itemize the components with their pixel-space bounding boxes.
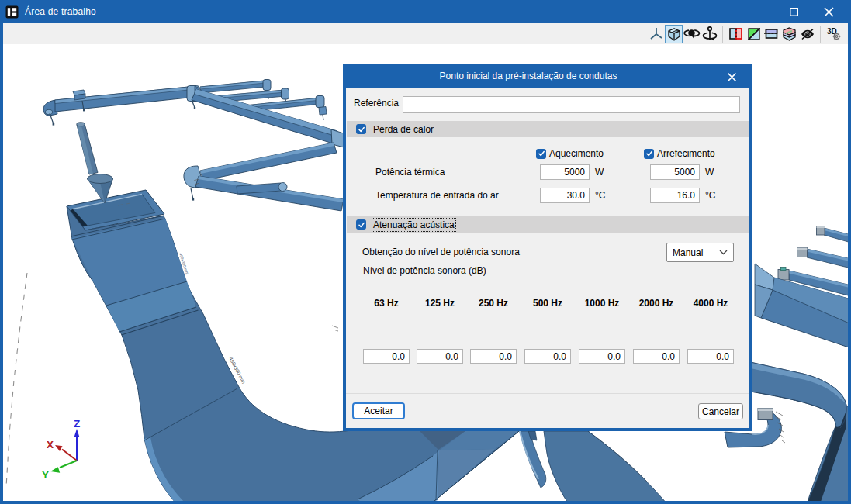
dialog-title: Ponto inicial da pré-instalação de condu… <box>440 71 617 81</box>
close-window-button[interactable] <box>820 3 837 20</box>
3d-settings-icon: 3D <box>826 26 842 41</box>
sound-level-input-1000[interactable] <box>579 349 626 364</box>
sound-power-levels-label: Nível de potência sonora (dB) <box>363 265 486 276</box>
duct-bottom-right <box>742 361 848 501</box>
axis-y-label: Y <box>42 469 49 481</box>
view-3d-cube-icon <box>667 27 681 41</box>
sound-level-input-250[interactable] <box>470 349 517 364</box>
sound-power-method-label: Obtenção do nível de potência sonora <box>362 247 520 257</box>
reference-input[interactable] <box>403 96 740 113</box>
check-icon <box>538 150 545 157</box>
sound-level-input-2000[interactable] <box>633 349 680 364</box>
freq-header-63: 63 Hz <box>362 298 410 309</box>
turntable-rotate-icon <box>702 26 718 42</box>
hide-elements-icon <box>800 28 815 40</box>
heating-checkbox[interactable] <box>536 149 546 159</box>
thermal-power-heating-unit: W <box>595 167 604 178</box>
close-icon <box>824 7 834 17</box>
hide-elements-button[interactable] <box>798 25 816 43</box>
air-temperature-heating-input[interactable] <box>540 188 590 203</box>
maximize-icon <box>790 8 798 16</box>
orbit-icon <box>683 27 701 41</box>
heat-loss-label: Perda de calor <box>373 124 434 135</box>
clip-box-icon <box>764 29 779 39</box>
duct-right-side <box>755 226 848 349</box>
construction-dashed-line <box>6 273 27 487</box>
axis-x-label: X <box>47 439 54 450</box>
heat-loss-section-header: Perda de calor <box>347 121 749 137</box>
app-icon <box>5 5 19 19</box>
clip-box-button[interactable] <box>763 25 780 43</box>
view-3d-cube-button[interactable] <box>665 25 683 43</box>
axis-indicator: Z X Y <box>42 418 80 481</box>
sound-level-input-4000[interactable] <box>687 349 735 364</box>
toolbar-separator <box>722 26 723 43</box>
maximize-button[interactable] <box>785 3 802 20</box>
window-titlebar: Área de trabalho <box>0 0 851 23</box>
freq-header-250: 250 Hz <box>469 298 517 309</box>
dialog-duct-preinstallation-start-point: Ponto inicial da pré-instalação de condu… <box>343 64 752 431</box>
dialog-close-icon <box>727 72 737 82</box>
render-mode-icon <box>748 28 760 40</box>
thermal-power-heating-input[interactable] <box>540 164 590 180</box>
check-icon <box>358 126 365 133</box>
dialog-titlebar[interactable]: Ponto inicial da pré-instalação de condu… <box>343 64 752 88</box>
sound-level-input-500[interactable] <box>524 349 572 364</box>
axes-tripod-button[interactable] <box>647 25 665 43</box>
freq-header-4000: 4000 Hz <box>687 298 735 309</box>
chevron-down-icon <box>719 250 728 255</box>
section-plane-button[interactable] <box>727 25 745 43</box>
check-icon <box>645 150 653 157</box>
duct-bottom-middle <box>520 431 667 501</box>
acoustic-checkbox[interactable] <box>356 219 366 230</box>
sound-level-input-125[interactable] <box>417 349 464 364</box>
freq-header-500: 500 Hz <box>524 298 572 309</box>
thermal-power-cooling-unit: W <box>705 167 714 178</box>
heating-checkbox-row: Aquecimento <box>536 148 604 159</box>
cooling-label: Arrefecimento <box>657 148 715 159</box>
render-mode-button[interactable] <box>745 25 763 43</box>
view-toolbar: 3D <box>3 23 848 44</box>
acoustic-section-header: Atenuação acústica <box>347 216 749 233</box>
dimension-scribble <box>332 326 338 331</box>
layers-button[interactable] <box>780 25 798 43</box>
freq-header-1000: 1000 Hz <box>578 298 626 309</box>
sound-power-method-dropdown[interactable]: Manual <box>666 243 734 262</box>
dialog-close-button[interactable] <box>726 71 737 82</box>
reference-label: Referência <box>354 98 399 109</box>
heat-loss-checkbox[interactable] <box>356 124 366 134</box>
sound-power-method-value: Manual <box>667 247 719 258</box>
accept-button[interactable]: Aceitar <box>352 402 405 419</box>
3d-settings-button[interactable]: 3D <box>825 25 842 43</box>
orbit-button[interactable] <box>683 25 701 43</box>
turntable-rotate-button[interactable] <box>701 25 718 43</box>
freq-header-2000: 2000 Hz <box>632 298 680 309</box>
air-temperature-cooling-unit: °C <box>705 190 715 201</box>
check-icon <box>358 221 365 229</box>
axes-tripod-icon <box>649 27 663 41</box>
dialog-body: Referência Perda de calor Aquecimento <box>346 88 749 428</box>
thermal-power-label: Potência térmica <box>375 167 445 178</box>
axis-z-label: Z <box>74 418 80 430</box>
toolbar-separator <box>820 26 821 43</box>
cooling-checkbox[interactable] <box>644 149 654 159</box>
air-inlet-temperature-label: Temperatura de entrada do ar <box>375 190 499 201</box>
section-plane-icon <box>729 28 742 40</box>
air-temperature-cooling-input[interactable] <box>650 188 700 203</box>
arrow-pointer <box>77 123 113 203</box>
cooling-checkbox-row: Arrefecimento <box>644 148 715 159</box>
acoustic-label: Atenuação acústica <box>373 219 455 230</box>
duct-middle-runs <box>184 143 344 211</box>
dialog-footer-separator <box>346 393 749 394</box>
cancel-button[interactable]: Cancelar <box>698 403 743 419</box>
duct-top-left-run <box>43 86 199 126</box>
freq-header-125: 125 Hz <box>416 298 464 309</box>
heating-label: Aquecimento <box>549 148 604 159</box>
air-temperature-heating-unit: °C <box>595 190 605 201</box>
sound-level-input-63[interactable] <box>363 349 410 364</box>
window-title: Área de trabalho <box>25 6 96 17</box>
thermal-power-cooling-input[interactable] <box>650 164 700 180</box>
layers-icon <box>783 27 796 41</box>
